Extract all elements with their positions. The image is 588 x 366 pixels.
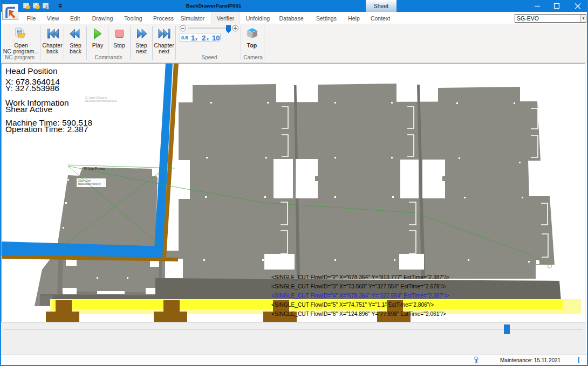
svg-text:0.5: 0.5	[181, 35, 188, 40]
svg-text:x: x	[195, 37, 197, 41]
svg-text:x: x	[207, 37, 209, 41]
svg-text:10: 10	[212, 34, 220, 42]
svg-text:2: 2	[202, 34, 206, 42]
svg-text:1: 1	[191, 34, 195, 42]
